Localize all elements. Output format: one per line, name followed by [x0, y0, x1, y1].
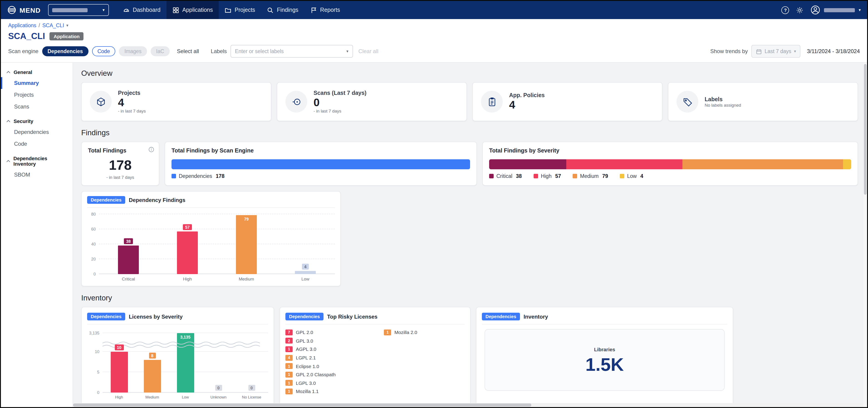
info-icon[interactable]	[148, 147, 154, 153]
risky-license-column-1: 7 GPL 2.0 2 GPL 3.0 1 AGPL 3.0	[285, 328, 384, 396]
scan-engine-label: Scan engine	[8, 48, 38, 55]
findings-by-engine-bar	[172, 159, 470, 169]
chart-slot: 38	[99, 214, 158, 274]
main-content: Overview Projects 4 - in last 7 days Sca…	[73, 63, 864, 407]
chart-slot: 0	[202, 331, 235, 393]
sidebar: General Summary Projects Scans Security …	[1, 63, 73, 407]
breadcrumb-applications-link[interactable]: Applications	[8, 23, 36, 28]
dependencies-tag: Dependencies	[285, 313, 323, 320]
applications-icon	[172, 7, 179, 13]
nav-item-applications[interactable]: Applications	[166, 1, 219, 19]
bar-segment-medium[interactable]	[682, 159, 843, 169]
license-name[interactable]: Mozilla 2.0	[395, 330, 417, 335]
labels-select[interactable]: ▾	[230, 45, 353, 58]
chart-bar-medium[interactable]	[144, 360, 161, 393]
nav-item-reports[interactable]: Reports	[304, 1, 346, 19]
x-axis-label: Unknown	[202, 395, 235, 399]
breadcrumb-separator: /	[38, 23, 40, 28]
nav-label: Dashboard	[133, 7, 160, 13]
chart-bar-critical[interactable]	[118, 246, 139, 274]
breadcrumb: Applications / SCA_CLI ▾	[1, 19, 867, 29]
sidebar-item-code[interactable]: Code	[1, 138, 72, 150]
sidebar-section-general[interactable]: General	[1, 66, 72, 77]
chevron-down-icon[interactable]: ▾	[66, 23, 68, 27]
mend-logo-icon	[7, 5, 16, 14]
chart-bar-high[interactable]	[177, 231, 198, 274]
license-count-badge: 1	[285, 363, 293, 369]
x-axis-label: Low	[169, 395, 202, 399]
bar-value-label: 79	[242, 216, 251, 222]
labels-input[interactable]	[235, 49, 346, 54]
chart-slot: 10	[102, 331, 136, 393]
findings-by-engine-card: Total Findings by Scan Engine Dependenci…	[165, 142, 477, 186]
sidebar-item-sbom[interactable]: SBOM	[1, 169, 72, 181]
magnifier-icon	[267, 7, 274, 13]
legend-item-critical: Critical 38	[489, 174, 522, 179]
gear-icon[interactable]	[796, 6, 804, 14]
bar-value-label: 57	[183, 224, 192, 230]
license-name[interactable]: Mozilla 1.1	[296, 389, 318, 394]
bar-segment-dependencies[interactable]	[172, 159, 470, 169]
select-all-button[interactable]: Select all	[177, 48, 199, 55]
breadcrumb-current-link[interactable]: SCA_CLI	[42, 23, 64, 28]
overview-card-labels: Labels No labels assigned	[668, 82, 858, 121]
y-tick-label: 60	[91, 227, 96, 231]
trend-period-value: Last 7 days	[765, 49, 791, 54]
license-name[interactable]: AGPL 3.0	[296, 346, 316, 352]
x-axis-label: Medium	[217, 276, 276, 281]
license-name[interactable]: LGPL 3.0	[296, 380, 316, 386]
license-name[interactable]: Eclipse 1.0	[296, 363, 319, 369]
bar-value-label: 10	[115, 344, 124, 350]
bar-segment-critical[interactable]	[489, 159, 566, 169]
sidebar-item-summary[interactable]: Summary	[1, 77, 72, 89]
sidebar-section-dependencies-inventory[interactable]: Dependencies Inventory	[1, 153, 72, 169]
sidebar-item-dependencies[interactable]: Dependencies	[1, 126, 72, 138]
bar-segment-low[interactable]	[843, 159, 851, 169]
license-row: 1 Mozilla 1.1	[285, 387, 384, 396]
bar-value-label: 38	[124, 238, 133, 244]
nav-item-findings[interactable]: Findings	[261, 1, 305, 19]
y-tick-label: 5	[97, 370, 99, 374]
bar-value-label: 3,135	[178, 334, 193, 340]
licenses-by-severity-card: Dependencies Licenses by Severity 05103,…	[81, 307, 274, 407]
brand-name: MEND	[20, 6, 41, 14]
license-name[interactable]: GPL 2.0	[296, 330, 313, 335]
application-type-badge: Application	[50, 32, 84, 40]
license-name[interactable]: GPL 2.0 Classpath	[296, 372, 336, 377]
page-header: Applications / SCA_CLI ▾ SCA_CLI Applica…	[1, 19, 867, 62]
nav-item-dashboard[interactable]: Dashboard	[117, 1, 166, 19]
sidebar-section-security[interactable]: Security	[1, 115, 72, 126]
nav-item-projects[interactable]: Projects	[219, 1, 261, 19]
libraries-metric-box: Libraries 1.5K	[485, 329, 724, 391]
cube-icon	[95, 96, 106, 107]
chart-bar-high[interactable]	[111, 352, 128, 393]
sidebar-item-scans[interactable]: Scans	[1, 101, 72, 113]
bar-value-label: 0	[215, 385, 222, 391]
engine-pill-code[interactable]: Code	[92, 46, 115, 56]
license-name[interactable]: GPL 3.0	[296, 338, 313, 344]
chart-slot: 8	[136, 331, 169, 393]
clipboard-icon	[487, 96, 497, 107]
sidebar-item-projects[interactable]: Projects	[1, 89, 72, 101]
license-name[interactable]: LGPL 2.1	[296, 355, 316, 360]
x-axis-label: High	[102, 395, 136, 399]
chevron-down-icon[interactable]: ▾	[346, 49, 348, 53]
bar-segment-high[interactable]	[566, 159, 682, 169]
vertical-scrollbar-thumb[interactable]	[864, 64, 867, 195]
chevron-up-icon	[6, 71, 10, 73]
help-icon[interactable]: ?	[781, 6, 789, 14]
chart-bar-low[interactable]	[295, 271, 316, 274]
horizontal-scrollbar-thumb[interactable]	[73, 404, 532, 407]
x-axis-label: No License	[235, 395, 268, 399]
org-selector[interactable]: ▾	[48, 4, 109, 16]
chart-bar-medium[interactable]	[236, 215, 257, 274]
legend-swatch	[573, 174, 578, 178]
engine-pill-dependencies[interactable]: Dependencies	[42, 46, 88, 56]
chevron-up-icon	[6, 160, 10, 162]
user-menu[interactable]: ▾	[811, 5, 861, 15]
legend-item-high: High 57	[534, 174, 561, 179]
trend-period-select[interactable]: Last 7 days ▾	[751, 45, 801, 58]
mend-logo[interactable]: MEND	[7, 5, 41, 14]
top-risky-licenses-card: Dependencies Top Risky Licenses 7 GPL 2.…	[279, 307, 470, 407]
labels-label: Labels	[211, 48, 227, 55]
